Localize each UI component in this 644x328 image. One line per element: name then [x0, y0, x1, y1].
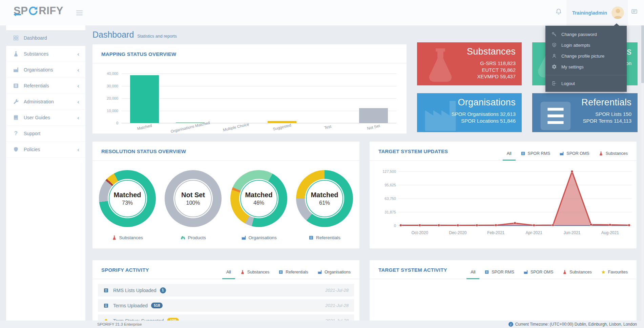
factory-icon [13, 67, 19, 73]
flask-icon [420, 45, 460, 85]
mapping-card-header: MAPPING STATUS OVERVIEW [92, 44, 407, 63]
menu-item-change-profile-picture[interactable]: Change profile picture [545, 50, 627, 61]
person-icon [552, 53, 557, 59]
pills-icon [181, 235, 186, 240]
user-menu-button[interactable]: Training\admin [566, 0, 628, 25]
bar-slot [305, 74, 351, 123]
tab-label: SPOR RMS [528, 151, 550, 156]
tab-substances[interactable]: Substances [599, 151, 628, 156]
donut-substances[interactable]: Matched 73% [99, 170, 156, 227]
tab-spor-oms[interactable]: SPOR OMS [559, 151, 589, 156]
grid-icon [13, 35, 19, 41]
donut-center: Matched 61% [305, 179, 344, 218]
sidebar-item-policies[interactable]: Policies‹ [6, 142, 85, 158]
tab-label: All [226, 270, 231, 274]
tab-spor-oms[interactable]: SPOR OMS [523, 270, 553, 274]
scrollbar-thumb[interactable] [641, 25, 644, 83]
list-icon [521, 151, 525, 156]
tab-spor-rms[interactable]: SPOR RMS [484, 270, 514, 274]
tab-substances[interactable]: Substances [562, 270, 591, 274]
bar-slot [351, 74, 396, 123]
donut-link-label: Organisations [249, 235, 277, 240]
tab-all[interactable]: All [471, 270, 475, 274]
tab-favourites[interactable]: Favourites [601, 270, 628, 274]
chevron-left-icon: ‹ [77, 51, 79, 57]
summary-card-stats: SPOR Organisations 32,613SPOR Locations … [452, 111, 516, 124]
menu-item-label: My settings [561, 64, 584, 69]
menu-item-change-password[interactable]: Change password [545, 29, 627, 40]
tab-all[interactable]: All [507, 151, 512, 156]
chevron-left-icon: ‹ [77, 99, 79, 105]
donut-center: Matched 46% [239, 179, 278, 218]
bar-series [122, 74, 396, 123]
donut-products[interactable]: Not Set 100% [165, 170, 222, 227]
donut-organisations[interactable]: Matched 46% [230, 170, 287, 227]
menu-item-label: Change password [561, 32, 597, 37]
bar-not-set[interactable] [359, 108, 388, 123]
tab-spor-rms[interactable]: SPOR RMS [521, 151, 550, 156]
bar-matched[interactable] [130, 75, 159, 123]
donut-link-organisations[interactable]: Organisations [241, 235, 277, 240]
logo-arrow-icon [14, 14, 21, 15]
page-header: Dashboard Statistics and reports [92, 30, 177, 40]
sidebar-item-administration[interactable]: Administration‹ [6, 94, 85, 110]
flask-watermark-icon [420, 45, 460, 85]
activity-row-rms-lists-uploaded[interactable]: RMS Lists Uploaded12021-Jul-28 [98, 284, 354, 296]
notifications-bell-icon[interactable] [555, 8, 562, 15]
menu-item-logout[interactable]: Logout [545, 78, 627, 89]
tab-substances[interactable]: Substances [240, 270, 269, 274]
chevron-left-icon: ‹ [77, 115, 79, 121]
tab-label: SPOR OMS [566, 151, 589, 156]
sidebar-toggle-icon[interactable] [76, 9, 83, 17]
sidebar-item-user-guides[interactable]: User Guides‹ [6, 110, 85, 126]
factory-icon [523, 270, 528, 274]
sidebar-item-support[interactable]: ?Support [6, 126, 85, 142]
tab-label: Referentials [286, 270, 308, 274]
activity-row-terms-uploaded[interactable]: Terms Uploaded5182021-Jul-28 [98, 299, 354, 312]
factory-icon [241, 235, 246, 240]
feedback-chat-icon[interactable] [631, 8, 638, 15]
sidebar-item-substances[interactable]: Substances‹ [6, 46, 85, 62]
sporify-activity-card: SPORIFY ACTIVITY AllSubstancesReferentia… [92, 260, 359, 328]
tab-label: Organisations [325, 270, 351, 274]
bar-slot [167, 74, 213, 123]
info-icon: i [508, 322, 513, 327]
chevron-left-icon: ‹ [77, 67, 79, 73]
mapping-bar-xlabels: MatchedOrganisations MatchedMultiple Cho… [122, 125, 396, 129]
summary-card-substances[interactable]: SubstancesG-SRS 118,823EUTCT 76,862XEVMP… [417, 42, 522, 85]
tab-organisations[interactable]: Organisations [317, 270, 351, 274]
sidebar-item-label: Support [24, 131, 40, 136]
donut-link-products[interactable]: Products [181, 235, 206, 240]
chevron-left-icon: ‹ [77, 147, 79, 152]
mapping-title: MAPPING STATUS OVERVIEW [101, 51, 398, 57]
tab-referentials[interactable]: Referentials [278, 270, 308, 274]
tab-all[interactable]: All [226, 270, 231, 274]
summary-card-organisations[interactable]: OrganisationsSPOR Organisations 32,613SP… [417, 93, 522, 132]
list-icon [536, 96, 576, 132]
tab-label: Substances [247, 270, 269, 274]
flask-icon [13, 51, 19, 57]
bar-ytick-label: 0 [116, 121, 118, 125]
sidebar-item-referentials[interactable]: Referentials‹ [6, 78, 85, 94]
activity-card-header: SPORIFY ACTIVITY AllSubstancesReferentia… [92, 260, 359, 279]
donut-link-referentials[interactable]: Referentials [309, 235, 340, 240]
menu-item-label: Logout [561, 81, 575, 86]
summary-card-referentials[interactable]: ReferentialsSPOR Lists 150SPOR Terms 114… [532, 93, 638, 132]
vertical-scrollbar[interactable] [641, 25, 644, 328]
menu-item-login-attempts[interactable]: Login attempts [545, 40, 627, 50]
summary-card-stats: G-SRS 118,823EUTCT 76,862XEVMPD 59,437 [477, 60, 516, 80]
line-xtick-label: Feb-2021 [487, 230, 504, 235]
donut-link-substances[interactable]: Substances [112, 235, 143, 240]
count-badge: 518 [151, 303, 163, 308]
menu-item-my-settings[interactable]: My settings [545, 61, 627, 72]
flask-icon [240, 270, 245, 274]
sidebar-item-dashboard[interactable]: Dashboard [6, 30, 85, 46]
bar-ytick-label: 20,000 [107, 96, 118, 100]
sync-icon [28, 6, 38, 16]
avatar[interactable] [611, 6, 624, 19]
donut-inner-ring [174, 180, 212, 217]
donut-referentials[interactable]: Matched 61% [296, 170, 353, 227]
updates-line-chart [398, 168, 632, 228]
sidebar-item-organisations[interactable]: Organisations‹ [6, 62, 85, 78]
target-system-activity-card: TARGET SYSTEM ACTIVITY AllSPOR RMSSPOR O… [370, 260, 637, 321]
